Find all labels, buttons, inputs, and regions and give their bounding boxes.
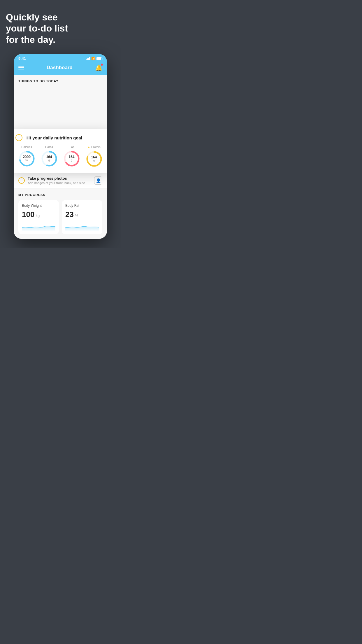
status-bar: 9:41 📶	[14, 54, 107, 62]
progress-section: MY PROGRESS Body Weight 100 kg	[14, 188, 107, 239]
protein-label: ★ Protein	[87, 145, 101, 149]
photo-icon: 👤	[94, 176, 102, 185]
app-header: Dashboard 🔔	[14, 62, 107, 75]
carbs-donut: 164 g	[41, 150, 58, 167]
header-title: Dashboard	[47, 65, 73, 71]
fat-unit: g	[68, 159, 74, 162]
todo-section: Hit your daily nutrition goal Calories	[14, 86, 107, 188]
body-fat-label: Body Fat	[65, 204, 99, 208]
status-icons: 📶	[86, 57, 102, 60]
todo-info-progress-photos: Take progress photos Add images of your …	[28, 176, 91, 185]
body-weight-wave	[22, 222, 55, 231]
fat-label: Fat	[69, 146, 73, 149]
task-checkbox[interactable]	[15, 134, 22, 141]
carbs-label: Carbs	[45, 146, 53, 149]
todo-item-progress-photos[interactable]: Take progress photos Add images of your …	[14, 173, 107, 188]
carbs-col: Carbs 164 g	[41, 146, 58, 167]
calories-label: Calories	[21, 146, 32, 149]
body-weight-card[interactable]: Body Weight 100 kg	[18, 200, 59, 234]
nutrition-columns: Calories 2000 cal	[15, 145, 105, 168]
status-time: 9:41	[18, 56, 26, 61]
body-fat-card[interactable]: Body Fat 23 %	[62, 200, 102, 234]
app-body: THINGS TO DO TODAY Hit your daily nutrit…	[14, 75, 107, 239]
body-fat-value: 23	[65, 210, 74, 219]
nutrition-card-title: Hit your daily nutrition goal	[25, 135, 82, 140]
body-weight-value: 100	[22, 210, 34, 219]
nutrition-card: Hit your daily nutrition goal Calories	[14, 129, 107, 173]
body-weight-value-row: 100 kg	[22, 210, 55, 219]
todo-subtitle-progress-photos: Add images of your front, back, and side	[28, 181, 91, 185]
headline-text: Quickly see your to-do list for the day.	[6, 12, 115, 45]
todo-title-progress-photos: Take progress photos	[28, 176, 91, 181]
protein-unit: g	[91, 160, 97, 162]
star-icon: ★	[87, 145, 90, 149]
notification-bell-button[interactable]: 🔔	[95, 64, 102, 71]
signal-icon	[86, 57, 90, 60]
progress-section-title: MY PROGRESS	[18, 193, 102, 197]
protein-col: ★ Protein 164 g	[85, 145, 103, 168]
calories-col: Calories 2000 cal	[18, 146, 36, 167]
fat-donut: 164 g	[63, 150, 80, 167]
things-today-header: THINGS TO DO TODAY	[14, 75, 107, 86]
phone-mockup: 9:41 📶 Dashb	[14, 54, 107, 239]
fat-col: Fat 164 g	[63, 146, 80, 167]
wifi-icon: 📶	[91, 57, 95, 60]
body-fat-value-row: 23 %	[65, 210, 99, 219]
notification-dot	[101, 64, 103, 66]
battery-icon	[96, 57, 102, 60]
progress-cards-container: Body Weight 100 kg	[18, 200, 102, 234]
body-weight-label: Body Weight	[22, 204, 55, 208]
calories-donut: 2000 cal	[18, 150, 36, 167]
body-fat-unit: %	[75, 214, 78, 218]
carbs-unit: g	[46, 159, 52, 162]
hamburger-menu-button[interactable]	[18, 66, 24, 69]
body-weight-unit: kg	[36, 214, 40, 218]
body-fat-wave	[65, 222, 99, 231]
todo-circle-progress-photos	[18, 177, 25, 184]
protein-donut: 164 g	[85, 150, 103, 168]
background: Quickly see your to-do list for the day.…	[0, 0, 121, 248]
calories-unit: cal	[23, 159, 31, 162]
